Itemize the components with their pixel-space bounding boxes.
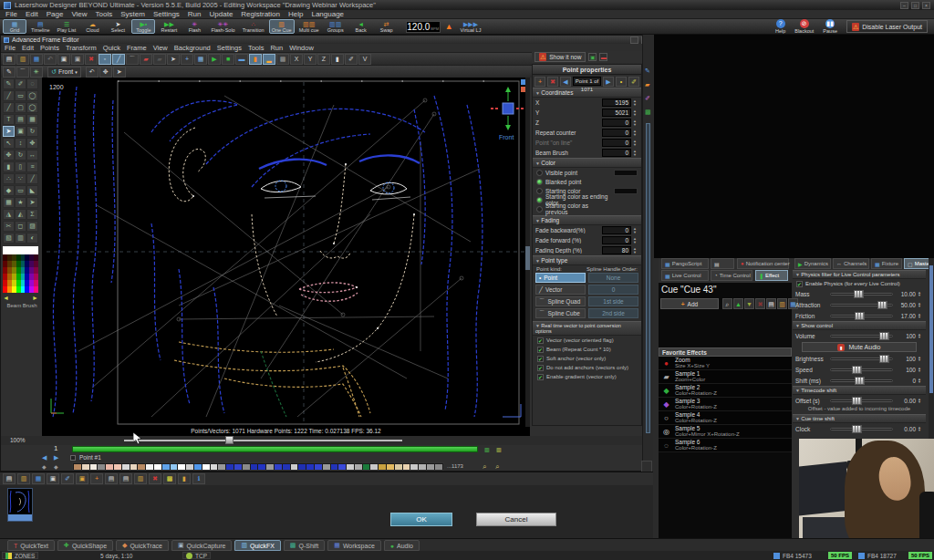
drawing-tool-button[interactable]: ◭ [15,209,26,220]
point-color-button[interactable]: • [616,77,627,87]
point-kind-button[interactable]: •Point [535,273,586,283]
fe-menu-item[interactable]: Points [40,44,59,52]
slider-track[interactable] [830,315,893,317]
palette-white-swatch[interactable] [3,246,38,254]
color-option-row[interactable]: Visible point [533,168,641,177]
palette-swatch[interactable] [34,261,38,267]
prev-point-arrow[interactable]: ◀ [42,454,47,461]
fe-tool-button[interactable]: ▣ [71,54,84,65]
strip-down-arrow[interactable]: ◆ [54,463,58,470]
quickfx-tool-button[interactable]: ▥ [134,473,147,484]
window-control-button[interactable]: □ [911,2,919,9]
quickfx-tool-button[interactable]: ▣ [76,473,88,484]
palette-swatch[interactable] [34,254,38,261]
palette-swatch[interactable] [34,274,38,280]
quickfx-tool-button[interactable]: + [90,473,103,484]
conversion-option-row[interactable]: Do not add anchors (vectors only) [533,363,641,372]
drawing-tool-button[interactable]: ▣ [15,126,26,137]
color-segment[interactable] [122,464,130,470]
palette-swatch[interactable] [34,267,38,274]
slider-thumb[interactable] [855,377,865,385]
disable-laser-output-button[interactable]: ⚠ Disable Laser Output [846,20,928,33]
fe-edit-tool-button[interactable]: ↶ [86,67,99,78]
view-selector[interactable]: ↺ Front ▾ [47,67,81,78]
quickfx-tool-button[interactable]: ▤ [3,473,16,484]
drawing-tool-button[interactable]: ↻ [15,150,26,161]
toolbar-right-button[interactable]: ▮▮ Pause [823,19,837,34]
color-segment[interactable] [323,464,330,470]
slider-thumb[interactable] [879,332,889,340]
color-segment[interactable] [275,464,282,470]
fe-menu-item[interactable]: Run [270,44,283,52]
add-point-button[interactable]: + [534,77,545,87]
panel-scrollbar[interactable] [646,123,650,433]
drawing-tool-button[interactable]: ▨ [26,221,38,232]
strip-up-arrow[interactable]: ◆ [42,463,47,470]
value-stepper[interactable] [631,99,638,106]
edit-point-button[interactable]: ✐ [628,77,639,87]
tab-dynamics[interactable]: ▶ Dynamics [794,258,831,269]
color-segment[interactable] [387,464,394,470]
quickfx-tool-button[interactable]: ▦ [32,473,45,484]
point-kind-button[interactable]: ⌒Spline Cube [535,308,586,318]
slider-track[interactable] [830,399,893,402]
color-segment[interactable] [90,464,98,470]
value-stepper[interactable] [631,130,638,136]
coordinate-value-field[interactable]: 0 [602,119,631,127]
checkbox-checked-icon[interactable] [537,365,544,371]
timecode-section-header[interactable]: Timecode shift [793,386,926,395]
conversion-option-row[interactable]: Vector (vector oriented flag) [533,336,641,345]
fe-tool-button[interactable]: ▤ [3,54,16,65]
physics-section-header[interactable]: Physics filter for Live Control paramete… [793,270,926,279]
drawing-tool-button[interactable]: ▧ [3,233,15,244]
fe-tool-button[interactable]: ▦ [30,54,43,65]
toolbar-button[interactable]: ▶▶ Restart [157,19,181,34]
spline-order-button[interactable]: 2nd side [588,308,638,318]
effect-list-tool-icon[interactable]: ▥ [777,298,787,309]
value-stepper[interactable] [916,313,923,319]
value-stepper[interactable] [631,237,638,244]
drawing-tool-button[interactable]: ▤ [15,114,26,125]
toolbar-button[interactable]: ☁ Cloud [80,19,104,34]
checkbox-checked-icon[interactable] [796,281,803,287]
color-segment[interactable] [338,464,346,470]
fe-draw-tool-button[interactable]: ✎ [3,67,16,78]
menu-item[interactable]: Registration [241,10,280,18]
show-it-now-button[interactable]: ⚠ Show it now [534,52,586,62]
color-option-row[interactable]: Blanked point [533,177,641,186]
value-stepper[interactable] [916,378,923,384]
color-segment[interactable] [258,464,265,470]
quickfx-tool-button[interactable]: ▤ [119,473,132,484]
tab-blank[interactable]: ▤ [711,258,734,269]
radio-button[interactable] [536,206,543,213]
color-segment[interactable] [306,464,314,470]
window-control-button[interactable]: × [922,2,930,9]
color-segment[interactable] [403,464,410,470]
toolbar-button[interactable]: ☰ Play List [55,19,79,34]
fading-value-field[interactable]: 0 [602,226,631,234]
color-segment[interactable] [251,464,258,470]
conversion-option-row[interactable]: Enable gradient (vector only) [533,372,641,381]
mute-audio-button[interactable]: ▮ Mute Audio [802,342,917,352]
cancel-button[interactable]: Cancel [476,513,556,526]
quickfx-tool-button[interactable]: ℹ [192,473,205,484]
radio-button[interactable] [536,170,543,176]
palette-next-arrow[interactable]: ► [32,295,38,301]
fe-menu-item[interactable]: View [153,44,168,52]
color-segment[interactable] [98,464,105,470]
color-segment[interactable] [298,464,306,470]
slider-track[interactable] [830,428,893,430]
color-segment[interactable] [355,464,362,470]
fe-tool-button[interactable]: ╱ [112,54,125,65]
slider-thumb[interactable] [854,290,864,298]
drawing-tool-button[interactable]: ✐ [15,78,26,89]
conversion-option-row[interactable]: Soft anchor (vector only) [533,354,641,363]
drawing-tool-button[interactable]: ≡ [26,161,38,172]
notes-panel-icon[interactable]: ▰ [645,81,649,88]
favorite-effect-item[interactable]: ◎ Sample 5 Color+Mirror X+Rotation-Z [659,425,792,439]
tcp-indicator[interactable]: TCP [182,552,211,559]
fe-tool-button[interactable]: ◦ [99,54,111,65]
color-segment[interactable] [410,464,418,470]
drawing-tool-button[interactable]: ╱ [3,102,15,113]
tab-time-control[interactable]: ◔ Time Control [711,270,752,281]
